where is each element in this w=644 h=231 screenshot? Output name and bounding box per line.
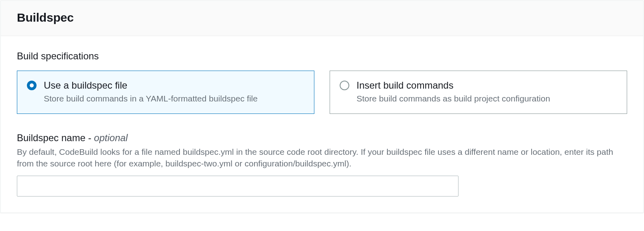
radio-icon [27, 81, 37, 90]
radio-insert-build-commands[interactable]: Insert build commands Store build comman… [330, 71, 627, 114]
radio-use-buildspec-file[interactable]: Use a buildspec file Store build command… [17, 71, 314, 114]
buildspec-name-label-row: Buildspec name - optional [17, 132, 627, 144]
buildspec-name-input[interactable] [17, 176, 459, 197]
panel-body: Build specifications Use a buildspec fil… [1, 36, 643, 213]
radio-icon [340, 81, 349, 90]
build-specifications-label: Build specifications [17, 51, 627, 62]
label-separator: - [86, 132, 94, 143]
buildspec-name-help: By default, CodeBuild looks for a file n… [17, 146, 619, 170]
radio-description: Store build commands as build project co… [357, 93, 550, 104]
radio-title: Insert build commands [357, 79, 550, 91]
buildspec-name-label: Buildspec name [17, 132, 86, 143]
build-spec-radio-group: Use a buildspec file Store build command… [17, 71, 627, 114]
buildspec-panel: Buildspec Build specifications Use a bui… [0, 0, 644, 213]
radio-description: Store build commands in a YAML-formatted… [44, 93, 258, 104]
optional-tag: optional [94, 132, 128, 143]
radio-title: Use a buildspec file [44, 79, 258, 91]
panel-header: Buildspec [1, 1, 643, 36]
panel-title: Buildspec [17, 11, 627, 24]
